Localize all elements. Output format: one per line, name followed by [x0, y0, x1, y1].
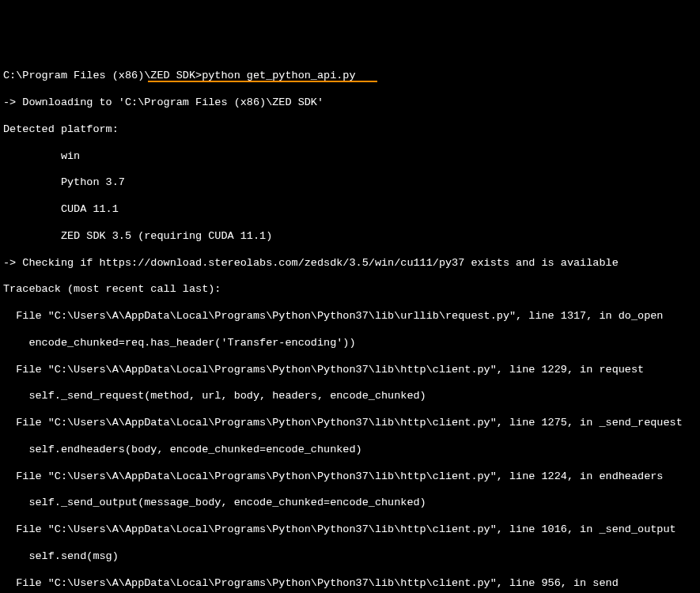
terminal-line: self._send_request(method, url, body, he…: [3, 390, 697, 403]
terminal-line: win: [3, 150, 697, 164]
terminal-line: CUDA 11.1: [3, 203, 697, 217]
terminal-line: File "C:\Users\A\AppData\Local\Programs\…: [3, 577, 697, 591]
terminal-line: File "C:\Users\A\AppData\Local\Programs\…: [3, 523, 697, 537]
terminal-line: Traceback (most recent call last):: [3, 283, 697, 296]
terminal-line: self.endheaders(body, encode_chunked=enc…: [3, 444, 697, 457]
terminal-line: File "C:\Users\A\AppData\Local\Programs\…: [3, 364, 697, 377]
terminal-line: self._send_output(message_body, encode_c…: [3, 497, 697, 510]
terminal-line: -> Downloading to 'C:\Program Files (x86…: [3, 96, 697, 110]
terminal-output[interactable]: C:\Program Files (x86)\ZED SDK>python ge…: [3, 57, 697, 594]
terminal-line: File "C:\Users\A\AppData\Local\Programs\…: [3, 417, 697, 430]
terminal-line: File "C:\Users\A\AppData\Local\Programs\…: [3, 470, 697, 484]
terminal-line: encode_chunked=req.has_header('Transfer-…: [3, 337, 697, 350]
highlight-underline: [148, 81, 377, 82]
terminal-line: Python 3.7: [3, 176, 697, 190]
terminal-line: ZED SDK 3.5 (requiring CUDA 11.1): [3, 230, 697, 244]
terminal-line: Detected platform:: [3, 123, 697, 137]
terminal-line: self.send(msg): [3, 550, 697, 564]
terminal-line: -> Checking if https://download.stereola…: [3, 257, 697, 270]
terminal-line: File "C:\Users\A\AppData\Local\Programs\…: [3, 310, 697, 323]
